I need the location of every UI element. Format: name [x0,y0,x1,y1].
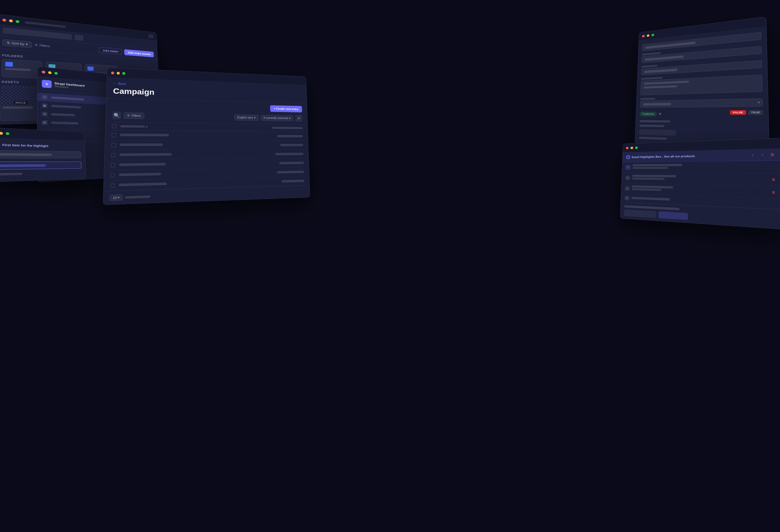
delete-section-icon[interactable]: 🗑 [769,152,776,157]
page-size-select[interactable]: 10 ▾ [110,194,123,201]
item-label-4 [631,197,670,200]
add-field-input[interactable] [639,129,676,136]
content-label-block [51,96,84,101]
expand-arrow-1[interactable]: ▾ [626,165,631,170]
item-content-1 [632,163,776,171]
footer-btn-2[interactable] [659,211,688,220]
row-checkbox-1[interactable] [112,133,116,137]
lang-select[interactable]: English (en) ▾ [234,114,258,120]
item-label-1 [632,164,682,166]
item-sub-3 [632,188,662,191]
dot-green-4 [651,34,654,37]
table-settings-icon[interactable]: ⚙ [295,115,303,122]
lang-label: English (en) [237,116,253,119]
highlight-panel: · First item for the highlight [0,127,86,182]
folder-icon-3 [87,66,94,71]
email-title: Email Highlights Box - See all our produ… [632,154,695,158]
move-up-icon[interactable]: ↑ [759,152,766,158]
row-cell-1b [278,135,303,137]
dot-green [16,20,19,23]
row-checkbox-6[interactable] [110,184,115,188]
table-row [112,130,303,141]
lang-chevron-icon: ▾ [254,116,256,119]
email-actions: ↓ ↑ 🗑 [749,152,776,158]
row-content-1 [120,134,275,138]
highlight-field-2 [0,161,82,170]
email-header-dot [626,155,630,159]
true-toggle-button[interactable]: TRUE [748,110,763,115]
campaign-search-icon[interactable]: 🔍 [112,111,121,119]
workspace-icon: S [42,80,52,88]
add-folder-button[interactable]: Add folder [99,47,122,55]
row-cell-3a [119,153,172,156]
asset-type-1: IMAGE [14,101,28,104]
field-value-2 [645,55,683,61]
folder-name-1 [5,68,31,71]
folder-icon-1 [5,62,13,67]
expand-arrow-2[interactable]: ▾ [625,176,630,180]
highlight-field-1 [0,150,81,159]
highlight-indicator: · [0,142,0,148]
expand-arrow-4[interactable]: ▾ [625,196,630,200]
col-header-label-2 [272,127,303,129]
highlight-input-1[interactable] [0,150,81,159]
field-select-5[interactable] [640,98,763,108]
campaign-filter-chip[interactable]: ⚟ Filters [124,112,144,119]
row-checkbox-4[interactable] [111,163,115,167]
delete-item-2-icon[interactable]: 🗑 [771,177,777,182]
row-checkbox-5[interactable] [110,173,115,177]
asset-thumb-1: IMAGE [1,86,40,105]
row-cell-4a [119,163,165,166]
folder-card-1[interactable] [1,59,42,79]
item-label-2 [632,175,676,178]
count-badge [75,35,83,41]
item-sub-1 [632,167,668,169]
email-item-1: ▾ [622,161,780,174]
media-action-btns: Add folder Add more assets [99,47,154,57]
back-arrow-icon: ← [113,82,117,85]
select-all-checkbox[interactable] [112,124,116,128]
false-toggle-button[interactable]: FALSE [730,110,746,115]
dot-yellow-6 [631,146,633,149]
footer-btn-1[interactable] [624,209,656,218]
dot-green-2 [54,72,58,75]
highlight-footer-label [0,173,22,176]
close-published-icon[interactable]: ✕ [659,112,662,116]
settings-label-block [51,113,75,116]
row-cell-2b [280,144,303,146]
row-checkbox-3[interactable] [111,153,116,157]
sort-col-icon[interactable]: ▴ [146,125,148,128]
row-checkbox-2[interactable] [111,143,116,147]
row-content-4 [119,161,277,167]
settings-panel: ▾ Published ✕ FALSE TRUE [635,16,770,150]
email-panel: Email Highlights Box - See all our produ… [620,138,780,229]
asset-info-1 [1,105,40,112]
filter-button[interactable]: ⚟ Filters [35,43,50,48]
footer-buttons [624,209,777,226]
sort-chevron: ▾ [26,42,28,46]
create-new-entry-button[interactable]: + Create new entry [270,105,302,112]
filter-label: Filters [39,44,50,48]
move-down-icon[interactable]: ↓ [749,152,756,158]
toggle-row: FALSE TRUE [730,110,763,115]
item-content-2 [632,175,768,184]
row-content-2 [120,143,277,147]
sidebar-label-content [51,96,84,101]
add-assets-button[interactable]: Add more assets [124,49,154,57]
asset-card-1[interactable]: IMAGE [0,86,40,121]
publish-toggle-row: Published ✕ FALSE TRUE [640,110,763,117]
table-row [111,140,303,150]
content-icon: ≡ [42,95,47,100]
scene: ⇅ Sort by ▾ ⚟ Filters Add folder Add mor… [0,0,780,532]
delete-item-3-icon[interactable]: 🗑 [771,190,777,195]
sort-button[interactable]: ⇅ Sort by ▾ [2,39,32,48]
settings-body: ▾ Published ✕ FALSE TRUE [635,27,769,150]
row-cell-5a [119,173,161,176]
select-chevron-icon: ▾ [758,101,760,104]
field-value-4b [643,85,677,89]
expand-arrow-3[interactable]: ▾ [625,186,630,191]
selected-count-badge[interactable]: 4 currently selected ▾ [260,115,293,121]
field-label-3 [641,65,657,68]
row-cell-4b [280,161,304,164]
highlight-input-2[interactable] [0,161,82,170]
